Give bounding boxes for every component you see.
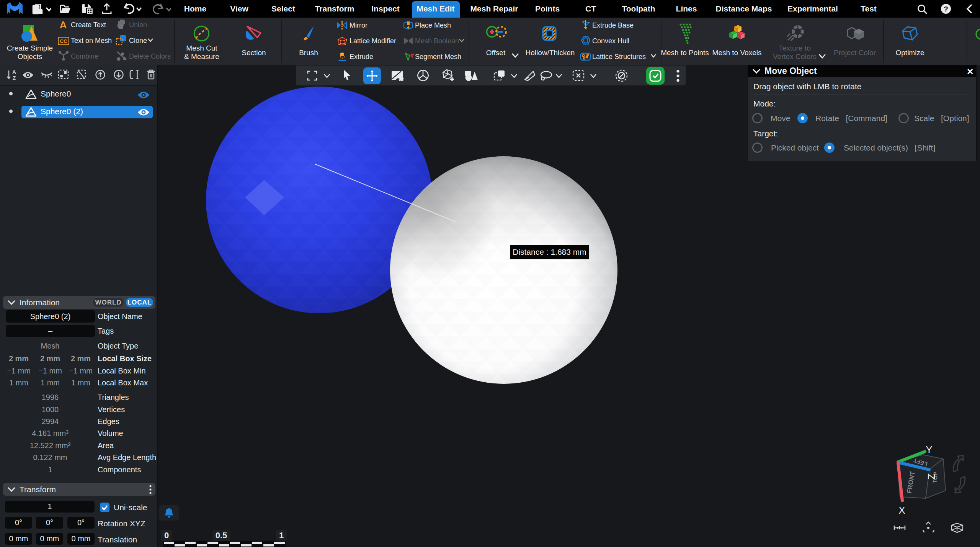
svg-text:Y: Y — [926, 444, 932, 455]
svg-text:Z: Z — [13, 75, 16, 81]
svg-text:CC: CC — [60, 38, 67, 44]
svg-text:A: A — [60, 20, 67, 30]
svg-text:Z: Z — [926, 473, 937, 480]
svg-text:X: X — [898, 504, 905, 516]
svg-text:?: ? — [944, 5, 948, 13]
svg-text:A: A — [12, 69, 16, 75]
